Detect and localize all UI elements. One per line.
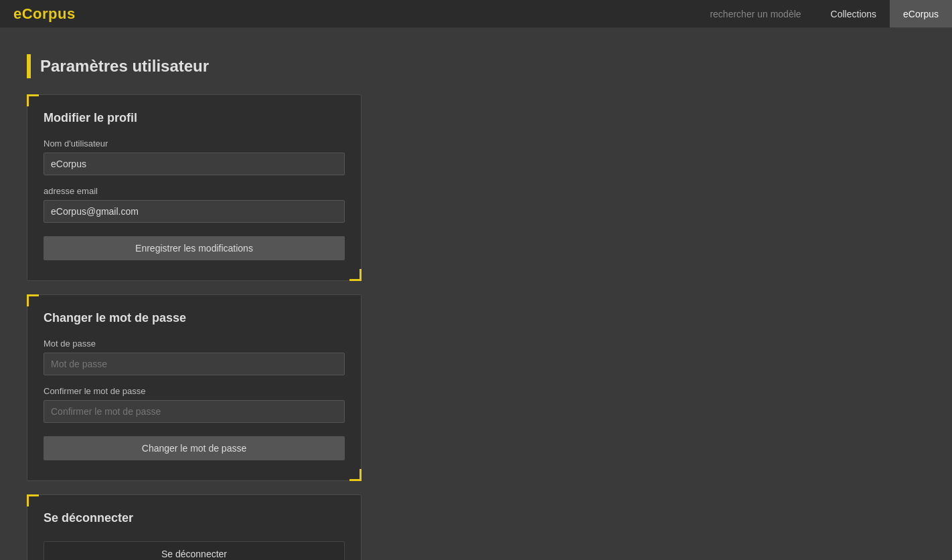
password-input[interactable]	[44, 353, 345, 375]
change-password-button[interactable]: Changer le mot de passe	[44, 436, 345, 460]
password-label: Mot de passe	[44, 339, 345, 349]
username-label: Nom d'utilisateur	[44, 138, 345, 149]
confirm-password-label: Confirmer le mot de passe	[44, 386, 345, 396]
confirm-password-input[interactable]	[44, 400, 345, 423]
navbar: eCorpus rechercher un modèle Collections…	[0, 0, 952, 27]
save-profile-button[interactable]: Enregistrer les modifications	[44, 236, 345, 260]
logout-button[interactable]: Se déconnecter	[44, 541, 345, 560]
nav-collections[interactable]: Collections	[817, 0, 890, 27]
nav-ecorpus[interactable]: eCorpus	[890, 0, 952, 27]
page-content: Paramètres utilisateur Modifier le profi…	[0, 27, 952, 560]
email-label: adresse email	[44, 186, 345, 196]
navbar-right: rechercher un modèle Collections eCorpus	[694, 0, 952, 27]
brand-logo[interactable]: eCorpus	[13, 5, 76, 23]
page-title-bar	[27, 54, 31, 78]
logout-section-title: Se déconnecter	[44, 511, 345, 525]
profile-section-title: Modifier le profil	[44, 111, 345, 125]
password-section-title: Changer le mot de passe	[44, 311, 345, 325]
password-section-card: Changer le mot de passe Mot de passe Con…	[27, 294, 362, 481]
search-placeholder[interactable]: rechercher un modèle	[694, 0, 817, 27]
email-input[interactable]	[44, 200, 345, 223]
password-group: Mot de passe	[44, 339, 345, 375]
logout-section-card: Se déconnecter Se déconnecter	[27, 494, 362, 560]
profile-section-card: Modifier le profil Nom d'utilisateur adr…	[27, 94, 362, 281]
page-title: Paramètres utilisateur	[40, 57, 209, 76]
username-input[interactable]	[44, 153, 345, 175]
page-title-wrapper: Paramètres utilisateur	[27, 54, 925, 78]
username-group: Nom d'utilisateur	[44, 138, 345, 175]
confirm-password-group: Confirmer le mot de passe	[44, 386, 345, 423]
email-group: adresse email	[44, 186, 345, 223]
